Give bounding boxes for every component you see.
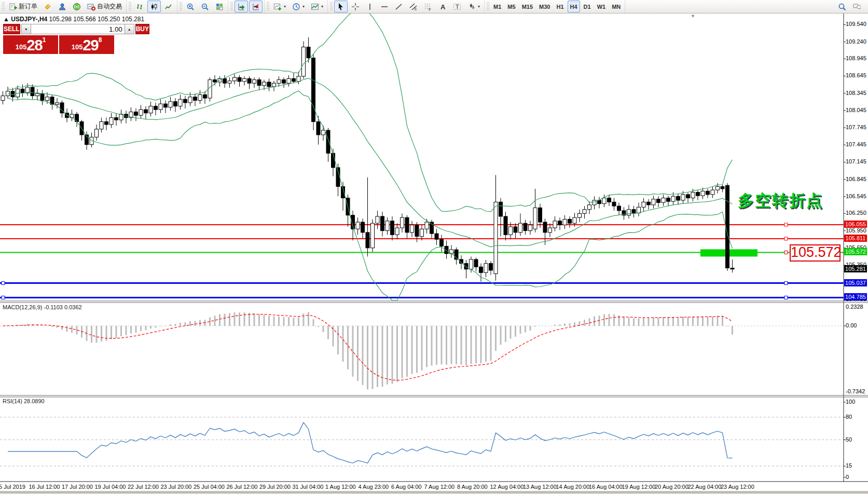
rsi-pane[interactable] <box>0 417 844 466</box>
rsi-indicator-label: RSI(14) 28.0890 <box>3 398 45 404</box>
dropdown-caret-icon[interactable]: ▾ <box>478 4 480 9</box>
zoom-out-button[interactable] <box>198 1 212 12</box>
chart-canvas[interactable] <box>0 0 868 494</box>
tile-windows-button[interactable] <box>213 1 226 12</box>
text-label-button[interactable]: T <box>450 1 464 12</box>
auto-trading-button[interactable]: 自动交易 <box>85 1 125 12</box>
tf-m30-button[interactable]: M30 <box>536 1 553 12</box>
time-axis-label: 1 Aug 12:00 <box>325 484 356 490</box>
trendline-button[interactable] <box>392 1 406 12</box>
line-handle[interactable] <box>2 296 5 299</box>
bull-candle <box>627 210 631 215</box>
tf-d1-button[interactable]: D1 <box>581 1 594 12</box>
macd-pane[interactable] <box>0 312 844 389</box>
bull-candle <box>385 221 389 231</box>
sell-button[interactable]: SELL <box>3 24 20 34</box>
market-watch-button[interactable] <box>41 1 54 12</box>
signal-icon <box>73 3 81 11</box>
zoom-in-button[interactable] <box>184 1 197 12</box>
bear-candle <box>617 206 621 211</box>
volume-increase-button[interactable]: ▲ <box>125 24 134 34</box>
periods-button[interactable]: ▾ <box>290 1 307 12</box>
collapse-arrow-icon[interactable]: ▲ <box>3 16 9 23</box>
toolbar-grip[interactable] <box>487 2 489 11</box>
bear-candle <box>134 112 138 116</box>
buy-price-box[interactable]: 105 29 8 <box>59 35 114 54</box>
main-price-pane[interactable] <box>0 11 844 300</box>
bear-candle <box>523 223 527 230</box>
line-handle[interactable] <box>784 296 788 299</box>
bear-candle <box>543 222 547 232</box>
horizontal-line-button[interactable] <box>378 1 391 12</box>
bear-candle <box>415 225 419 237</box>
fibonacci-button[interactable]: F <box>421 1 435 12</box>
tf-m1-button[interactable]: M1 <box>491 1 504 12</box>
new-order-button[interactable]: 新订单 <box>6 1 40 12</box>
bear-candle <box>361 222 365 232</box>
text-button[interactable]: A <box>436 1 449 12</box>
community-button[interactable] <box>56 1 69 12</box>
main-toolbar: 新订单自动交易▾▾▾EFAT▾M1M5M15M30H1H4D1W1MN <box>0 0 868 13</box>
buy-price-main: 105 <box>72 42 83 53</box>
toolbar-grip[interactable] <box>129 2 131 11</box>
tf-h1-button[interactable]: H1 <box>554 1 566 12</box>
line-chart-button[interactable] <box>162 1 175 12</box>
dropdown-caret-icon[interactable]: ▾ <box>302 4 305 9</box>
dropdown-caret-icon[interactable]: ▾ <box>284 4 286 9</box>
line-handle[interactable] <box>784 282 788 285</box>
dropdown-caret-icon[interactable]: ▾ <box>321 4 323 9</box>
bull-candle <box>578 213 582 217</box>
buy-price-big: 29 <box>82 37 98 53</box>
bull-candle <box>573 217 576 223</box>
crosshair-button[interactable] <box>349 1 362 12</box>
bear-candle <box>307 47 310 58</box>
tf-mn-button[interactable]: MN <box>609 1 623 12</box>
price-callout-label[interactable]: 105.572 <box>790 244 841 262</box>
templates-button[interactable]: ▾ <box>308 1 326 12</box>
tf-m5-button[interactable]: M5 <box>505 1 518 12</box>
chart-shift-button[interactable] <box>249 1 263 12</box>
time-axis-label: 20 Aug 20:00 <box>655 484 688 490</box>
bull-candle <box>100 121 103 129</box>
candlestick-button[interactable] <box>147 1 161 12</box>
search-button[interactable] <box>835 1 849 12</box>
toolbar-grip[interactable] <box>2 2 5 11</box>
tf-m15-button[interactable]: M15 <box>519 1 535 12</box>
vertical-line-button[interactable] <box>363 1 377 12</box>
bull-candle <box>671 196 675 201</box>
indicators-button[interactable]: ▾ <box>271 1 288 12</box>
auto-scroll-button[interactable] <box>235 1 248 12</box>
bear-candle <box>326 130 330 153</box>
toolbar-grip[interactable] <box>180 2 182 11</box>
price-axis-tick-label: 108.345 <box>846 90 868 96</box>
line-handle[interactable] <box>784 237 788 240</box>
line-handle[interactable] <box>784 251 788 254</box>
tf-h4-button[interactable]: H4 <box>568 1 580 12</box>
volume-input[interactable] <box>31 24 125 34</box>
bull-candle <box>410 225 414 232</box>
sell-price-box[interactable]: 105 28 1 <box>3 35 58 54</box>
bull-candle <box>243 78 246 81</box>
signals-button[interactable] <box>70 1 84 12</box>
tf-w1-button[interactable]: W1 <box>595 1 609 12</box>
trend-annotation-text[interactable]: 多空转折点 <box>738 190 823 212</box>
channel-button[interactable]: E <box>407 1 420 12</box>
toolbar-grip[interactable] <box>230 2 233 11</box>
bear-candle <box>686 195 690 198</box>
cursor-button[interactable] <box>334 1 348 12</box>
volume-decrease-button[interactable]: ▼ <box>21 24 31 34</box>
bull-candle <box>109 118 113 125</box>
bull-candle <box>395 228 399 235</box>
line-handle[interactable] <box>2 282 5 285</box>
time-axis-label: 7 Aug 12:00 <box>424 484 455 490</box>
bull-candle <box>691 192 695 198</box>
line-handle[interactable] <box>784 223 788 226</box>
bull-candle <box>277 80 281 84</box>
toolbar-grip[interactable] <box>330 2 333 11</box>
arrows-button[interactable]: ▾ <box>465 1 483 12</box>
buy-button[interactable]: BUY <box>135 24 149 34</box>
chart-shift-marker-icon[interactable]: ▼ <box>691 13 695 19</box>
bar-chart-button[interactable] <box>133 1 146 12</box>
toolbar-grip[interactable] <box>267 2 269 11</box>
chat-button[interactable] <box>850 1 863 12</box>
